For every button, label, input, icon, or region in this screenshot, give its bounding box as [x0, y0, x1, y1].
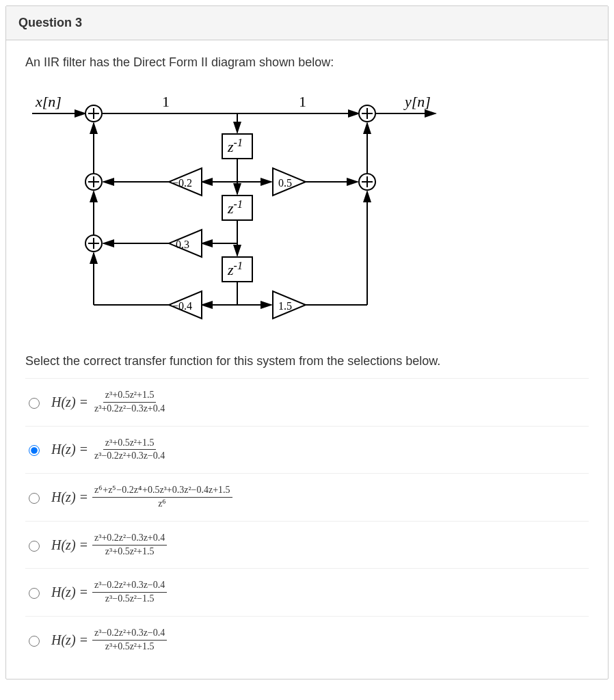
fraction-denominator: z³+0.5z²+1.5: [103, 641, 157, 653]
answer-formula: H(z) = z³−0.2z²+0.3z−0.4z³+0.5z²+1.5: [51, 628, 167, 653]
question-number: Question 3: [18, 16, 82, 29]
fraction-numerator: z³+0.5z²+1.5: [103, 390, 157, 403]
fraction: z³+0.2z²−0.3z+0.4z³+0.5z²+1.5: [92, 533, 167, 558]
input-label: x[n]: [35, 93, 62, 110]
fraction-numerator: z³+0.2z²−0.3z+0.4: [92, 533, 167, 546]
top-gain-left: 1: [162, 93, 170, 110]
top-gain-right: 1: [299, 93, 306, 110]
fraction-numerator: z⁶+z⁵−0.2z⁴+0.5z³+0.3z²−0.4z+1.5: [92, 485, 232, 498]
fraction: z³−0.2z²+0.3z−0.4z³−0.5z²−1.5: [92, 580, 167, 605]
hz-label: H(z) =: [51, 394, 88, 410]
fraction-numerator: z³−0.2z²+0.3z−0.4: [92, 628, 167, 641]
answer-formula: H(z) = z³+0.5z²+1.5z³+0.2z²−0.3z+0.4: [51, 390, 167, 415]
answer-formula: H(z) = z³+0.2z²−0.3z+0.4z³+0.5z²+1.5: [51, 533, 167, 558]
fraction: z³−0.2z²+0.3z−0.4z³+0.5z²+1.5: [92, 628, 167, 653]
svg-text:1.5: 1.5: [278, 300, 292, 312]
fraction-denominator: z³−0.2z²+0.3z−0.4: [92, 450, 167, 462]
answer-option[interactable]: H(z) = z³+0.5z²+1.5z³+0.2z²−0.3z+0.4: [25, 378, 589, 426]
answer-option[interactable]: H(z) = z³+0.2z²−0.3z+0.4z³+0.5z²+1.5: [25, 521, 589, 569]
svg-text:−: −: [172, 177, 178, 189]
direct-form-ii-svg: x[n] 1 1 y[n] z-1 z-1: [25, 79, 449, 339]
question-stem: An IIR filter has the Direct Form II dia…: [25, 55, 589, 70]
answer-radio[interactable]: [29, 636, 40, 647]
hz-label: H(z) =: [51, 489, 88, 505]
answer-radio[interactable]: [29, 398, 40, 409]
answer-formula: H(z) = z³+0.5z²+1.5z³−0.2z²+0.3z−0.4: [51, 438, 167, 463]
question-container: Question 3 An IIR filter has the Direct …: [5, 5, 609, 679]
filter-diagram: x[n] 1 1 y[n] z-1 z-1: [25, 79, 589, 342]
fraction-numerator: z³+0.5z²+1.5: [103, 438, 157, 450]
fraction-denominator: z³+0.2z²−0.3z+0.4: [92, 403, 167, 415]
fraction-denominator: z⁶: [156, 498, 168, 510]
hz-label: H(z) =: [51, 632, 88, 648]
answer-option[interactable]: H(z) = z³−0.2z²+0.3z−0.4z³−0.5z²−1.5: [25, 568, 589, 616]
fraction: z³+0.5z²+1.5z³−0.2z²+0.3z−0.4: [92, 438, 167, 463]
answer-radio[interactable]: [29, 493, 40, 504]
answer-option[interactable]: H(z) = z³−0.2z²+0.3z−0.4z³+0.5z²+1.5: [25, 616, 589, 664]
fraction-denominator: z³−0.5z²−1.5: [103, 593, 157, 605]
select-instruction: Select the correct transfer function for…: [25, 354, 589, 368]
answer-radio[interactable]: [29, 445, 40, 456]
hz-label: H(z) =: [51, 537, 88, 553]
svg-text:−: −: [172, 300, 178, 312]
fraction-numerator: z³−0.2z²+0.3z−0.4: [92, 580, 167, 593]
hz-label: H(z) =: [51, 584, 88, 600]
svg-text:0.5: 0.5: [278, 177, 292, 189]
answer-formula: H(z) = z³−0.2z²+0.3z−0.4z³−0.5z²−1.5: [51, 580, 167, 605]
answer-formula: H(z) = z⁶+z⁵−0.2z⁴+0.5z³+0.3z²−0.4z+1.5z…: [51, 485, 232, 510]
fraction: z³+0.5z²+1.5z³+0.2z²−0.3z+0.4: [92, 390, 167, 415]
fraction: z⁶+z⁵−0.2z⁴+0.5z³+0.3z²−0.4z+1.5z⁶: [92, 485, 232, 510]
answer-options: H(z) = z³+0.5z²+1.5z³+0.2z²−0.3z+0.4H(z)…: [25, 378, 589, 664]
answer-radio[interactable]: [29, 588, 40, 599]
answer-radio[interactable]: [29, 541, 40, 552]
question-body: An IIR filter has the Direct Form II dia…: [6, 40, 608, 679]
hz-label: H(z) =: [51, 442, 88, 457]
svg-text:0.4: 0.4: [178, 300, 192, 312]
question-header: Question 3: [6, 6, 608, 40]
answer-option[interactable]: H(z) = z³+0.5z²+1.5z³−0.2z²+0.3z−0.4: [25, 426, 589, 474]
answer-option[interactable]: H(z) = z⁶+z⁵−0.2z⁴+0.5z³+0.3z²−0.4z+1.5z…: [25, 473, 589, 521]
svg-text:0.3: 0.3: [176, 239, 189, 250]
output-label: y[n]: [403, 93, 431, 110]
fraction-denominator: z³+0.5z²+1.5: [103, 546, 157, 558]
svg-text:0.2: 0.2: [178, 177, 192, 189]
